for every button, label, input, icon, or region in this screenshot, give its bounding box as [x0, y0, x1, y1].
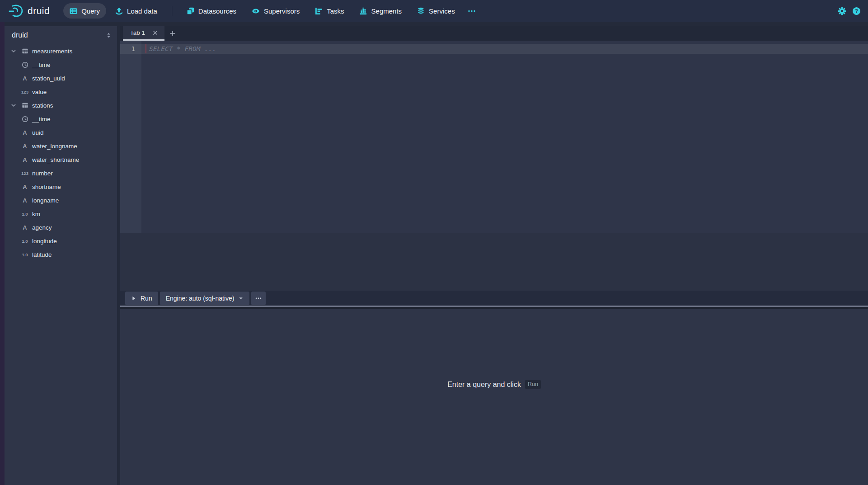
nav-supervisors[interactable]: Supervisors: [245, 3, 306, 19]
panel-splitter[interactable]: [120, 306, 868, 309]
nav-label: Load data: [127, 7, 157, 15]
tree-item-time[interactable]: __time: [5, 58, 117, 71]
nav-segments[interactable]: Segments: [353, 3, 408, 19]
engine-select-button[interactable]: Engine: auto (sql-native): [160, 292, 250, 305]
nav-more-button[interactable]: [464, 3, 479, 19]
settings-button[interactable]: [838, 7, 846, 15]
tree-item-label: km: [32, 211, 40, 217]
editor-gutter: [120, 41, 141, 233]
schema-sidebar: druid measurements __timeAstation_uuid12…: [5, 26, 117, 485]
schema-tree: measurements __timeAstation_uuid123value…: [5, 44, 117, 261]
tree-item-longitude[interactable]: 1.0longitude: [5, 234, 117, 248]
tree-item-time[interactable]: __time: [5, 112, 117, 126]
main-nav: Query Load data Datasources Supervisor: [63, 3, 479, 19]
tree-item-label: uuid: [32, 129, 44, 136]
navbar-right: ?: [838, 7, 861, 15]
tree-item-label: measurements: [32, 48, 72, 55]
editor-active-line: [120, 44, 868, 54]
empty-results-text: Enter a query and click: [447, 381, 521, 389]
run-tag: Run: [525, 380, 541, 389]
tab-bar: Tab 1: [120, 26, 868, 41]
string-type-icon: A: [21, 156, 29, 163]
float-type-icon: 1.0: [21, 239, 29, 244]
close-icon: [152, 30, 158, 36]
tree-item-stations[interactable]: stations: [5, 99, 117, 112]
nav-label: Tasks: [327, 7, 344, 15]
page-left-edge: [0, 22, 5, 485]
integer-type-icon: 123: [21, 171, 29, 176]
table-icon: [21, 48, 29, 54]
tab-1[interactable]: Tab 1: [123, 26, 164, 41]
tree-item-latitude[interactable]: 1.0latitude: [5, 248, 117, 261]
results-panel: Enter a query and click Run: [120, 309, 868, 485]
double-caret-vertical-icon: [106, 32, 112, 38]
nav-label: Segments: [371, 7, 402, 15]
chevron-down-icon[interactable]: [11, 103, 21, 108]
nav-label: Services: [429, 7, 455, 15]
string-type-icon: A: [21, 129, 29, 136]
nav-label: Query: [81, 7, 100, 15]
gear-icon: [838, 7, 846, 15]
segments-icon: [360, 7, 367, 15]
more-ellipsis-icon: [255, 295, 262, 301]
schema-selector[interactable]: druid: [5, 26, 117, 44]
query-editor[interactable]: 1 SELECT * FROM ...: [120, 41, 868, 233]
nav-services[interactable]: Services: [411, 3, 461, 19]
services-icon: [417, 7, 425, 15]
tree-item-label: longitude: [32, 238, 57, 245]
help-icon: ?: [852, 7, 861, 15]
tree-item-longname[interactable]: Alongname: [5, 193, 117, 207]
tree-item-station-uuid[interactable]: Astation_uuid: [5, 71, 117, 85]
nav-load-data[interactable]: Load data: [109, 3, 164, 19]
query-icon: [70, 7, 77, 15]
float-type-icon: 1.0: [21, 212, 29, 217]
tree-item-measurements[interactable]: measurements: [5, 44, 117, 58]
table-icon: [21, 102, 29, 108]
plus-icon: [169, 30, 176, 37]
nav-datasources[interactable]: Datasources: [180, 3, 243, 19]
tree-item-label: shortname: [32, 184, 61, 190]
more-ellipsis-icon: [468, 7, 476, 15]
string-type-icon: A: [21, 197, 29, 204]
play-icon: [131, 296, 136, 301]
engine-label: Engine: auto (sql-native): [166, 295, 235, 302]
editor-empty-area[interactable]: [120, 233, 868, 291]
druid-logo[interactable]: druid: [8, 4, 50, 18]
tree-item-agency[interactable]: Aagency: [5, 221, 117, 234]
tree-item-value[interactable]: 123value: [5, 85, 117, 99]
nav-tasks[interactable]: Tasks: [309, 3, 350, 19]
brand-name: druid: [28, 5, 50, 16]
add-tab-button[interactable]: [164, 26, 181, 41]
tree-item-shortname[interactable]: Ashortname: [5, 180, 117, 193]
supervisors-icon: [252, 7, 260, 15]
tree-item-km[interactable]: 1.0km: [5, 207, 117, 221]
help-button[interactable]: ?: [852, 7, 861, 15]
tree-item-water-longname[interactable]: Awater_longname: [5, 139, 117, 153]
run-button-label: Run: [141, 295, 152, 302]
caret-down-icon: [238, 296, 244, 301]
tree-item-label: value: [32, 89, 47, 95]
datasources-icon: [187, 7, 194, 15]
nav-query[interactable]: Query: [63, 3, 106, 19]
tree-item-label: __time: [32, 61, 51, 68]
tree-item-label: water_longname: [32, 143, 77, 150]
run-button[interactable]: Run: [125, 292, 158, 305]
tree-item-label: latitude: [32, 251, 52, 258]
query-more-button[interactable]: [251, 292, 266, 305]
tree-item-uuid[interactable]: Auuid: [5, 126, 117, 139]
tab-label: Tab 1: [130, 29, 145, 36]
string-type-icon: A: [21, 224, 29, 231]
svg-text:?: ?: [855, 8, 858, 14]
query-view: Tab 1 1 SELECT * FROM ...: [120, 26, 868, 485]
tree-item-label: water_shortname: [32, 156, 79, 163]
tree-item-number[interactable]: 123number: [5, 166, 117, 180]
close-tab-button[interactable]: [151, 29, 159, 37]
string-type-icon: A: [21, 143, 29, 150]
load-data-icon: [115, 7, 123, 15]
chevron-down-icon[interactable]: [11, 48, 21, 54]
run-toolbar: Run Engine: auto (sql-native): [120, 291, 868, 306]
empty-results-message: Enter a query and click Run: [120, 380, 868, 389]
schema-sort-button[interactable]: [106, 32, 112, 38]
tasks-icon: [315, 7, 323, 15]
tree-item-water-shortname[interactable]: Awater_shortname: [5, 153, 117, 166]
